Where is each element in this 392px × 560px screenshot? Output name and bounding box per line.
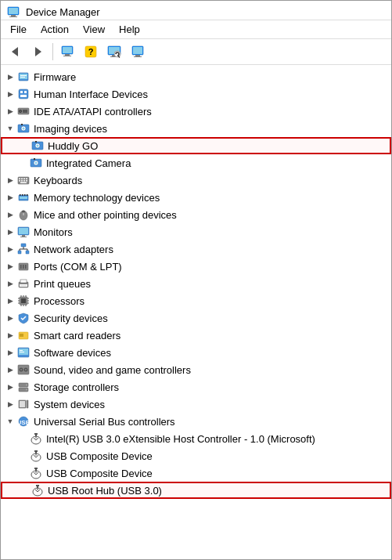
update-driver-button[interactable] bbox=[127, 42, 149, 62]
tree-item-usb-root-hub[interactable]: USB Root Hub (USB 3.0) bbox=[1, 482, 391, 499]
tree-item-print[interactable]: Print queues bbox=[1, 275, 391, 292]
print-icon bbox=[16, 276, 31, 291]
hid-icon bbox=[16, 87, 31, 101]
svg-rect-2 bbox=[11, 15, 16, 16]
usb-composite-2-icon bbox=[29, 466, 43, 480]
smartcard-label: Smart card readers bbox=[34, 330, 120, 341]
svg-rect-99 bbox=[20, 334, 23, 337]
expand-print[interactable] bbox=[4, 277, 16, 290]
tree-content[interactable]: Firmware Human Interface Devices bbox=[1, 65, 391, 559]
tree-item-software[interactable]: Software devices bbox=[1, 344, 391, 361]
expand-storage[interactable] bbox=[4, 381, 16, 393]
expand-security[interactable] bbox=[4, 312, 16, 324]
tree-item-integrated-camera[interactable]: Integrated Camera bbox=[1, 154, 391, 172]
svg-rect-114 bbox=[20, 401, 25, 407]
svg-rect-29 bbox=[20, 95, 27, 97]
svg-rect-60 bbox=[27, 194, 28, 196]
svg-rect-19 bbox=[133, 47, 142, 54]
svg-rect-7 bbox=[63, 47, 72, 53]
tree-item-imaging[interactable]: Imaging devices bbox=[1, 120, 391, 137]
expand-mice[interactable] bbox=[4, 208, 16, 221]
tree-item-storage[interactable]: Storage controllers bbox=[1, 378, 391, 396]
svg-rect-26 bbox=[19, 89, 28, 99]
tree-item-intel-usb[interactable]: Intel(R) USB 3.0 eXtensible Host Control… bbox=[1, 430, 391, 447]
menu-help[interactable]: Help bbox=[113, 22, 146, 37]
expand-network[interactable] bbox=[4, 243, 16, 255]
tree-item-network[interactable]: Network adapters bbox=[1, 240, 391, 258]
svg-rect-3 bbox=[9, 16, 17, 17]
tree-item-usb[interactable]: USB Universal Serial Bus controllers bbox=[1, 413, 391, 430]
svg-rect-68 bbox=[20, 237, 27, 237]
expand-firmware[interactable] bbox=[4, 70, 16, 83]
tree-item-sound[interactable]: Sound, video and game controllers bbox=[1, 361, 391, 378]
expand-monitors[interactable] bbox=[4, 226, 16, 238]
expand-ports[interactable] bbox=[4, 260, 16, 273]
expand-software[interactable] bbox=[4, 346, 16, 359]
tree-item-hid[interactable]: Human Interface Devices bbox=[1, 85, 391, 103]
expand-memory[interactable] bbox=[4, 191, 16, 204]
tree-item-memory[interactable]: Memory technology devices bbox=[1, 189, 391, 206]
svg-rect-45 bbox=[34, 158, 35, 160]
title-bar-text: Device Manager bbox=[26, 6, 100, 18]
tree-item-usb-composite-1[interactable]: USB Composite Device bbox=[1, 447, 391, 464]
storage-icon bbox=[16, 380, 31, 394]
tree-item-mice[interactable]: Mice and other pointing devices bbox=[1, 206, 391, 223]
expand-imaging[interactable] bbox=[4, 122, 16, 135]
tree-item-system[interactable]: System devices bbox=[1, 396, 391, 413]
menu-view[interactable]: View bbox=[77, 22, 111, 37]
svg-rect-69 bbox=[21, 244, 26, 247]
expand-ide[interactable] bbox=[4, 105, 16, 117]
keyboard-icon bbox=[16, 173, 31, 187]
tree-item-monitors[interactable]: Monitors bbox=[1, 223, 391, 240]
title-bar: Device Manager bbox=[1, 1, 391, 20]
back-button[interactable] bbox=[4, 42, 26, 62]
software-icon bbox=[16, 345, 31, 359]
svg-rect-55 bbox=[20, 182, 27, 184]
tree-item-security[interactable]: Security devices bbox=[1, 309, 391, 327]
forward-button[interactable] bbox=[27, 42, 49, 62]
expand-system[interactable] bbox=[4, 398, 16, 410]
menu-file[interactable]: File bbox=[4, 22, 33, 37]
menu-action[interactable]: Action bbox=[34, 22, 75, 37]
tree-item-keyboards[interactable]: Keyboards bbox=[1, 172, 391, 189]
ide-icon bbox=[16, 104, 31, 118]
svg-rect-70 bbox=[18, 251, 21, 254]
expand-processors[interactable] bbox=[4, 294, 16, 307]
svg-rect-41 bbox=[35, 141, 37, 143]
tree-item-processors[interactable]: Processors bbox=[1, 292, 391, 309]
scan-button[interactable] bbox=[103, 42, 125, 62]
expand-sound[interactable] bbox=[4, 363, 16, 376]
svg-rect-78 bbox=[23, 265, 24, 269]
sound-label: Sound, video and game controllers bbox=[34, 364, 191, 376]
svg-rect-53 bbox=[23, 180, 25, 182]
tree-item-ide[interactable]: IDE ATA/ATAPI controllers bbox=[1, 103, 391, 120]
tree-item-firmware[interactable]: Firmware bbox=[1, 68, 391, 85]
expand-usb[interactable] bbox=[4, 415, 16, 428]
network-icon bbox=[16, 242, 31, 256]
svg-rect-47 bbox=[19, 179, 20, 180]
svg-text:USB: USB bbox=[17, 419, 30, 426]
svg-rect-8 bbox=[65, 54, 70, 56]
memory-label: Memory technology devices bbox=[34, 192, 160, 204]
help-button[interactable]: ? bbox=[80, 42, 102, 62]
svg-rect-37 bbox=[21, 124, 23, 125]
expand-smartcard[interactable] bbox=[4, 329, 16, 341]
tree-item-usb-composite-2[interactable]: USB Composite Device bbox=[1, 464, 391, 482]
tree-item-huddly[interactable]: Huddly GO bbox=[1, 137, 391, 154]
svg-rect-67 bbox=[22, 235, 25, 237]
expand-hid[interactable] bbox=[4, 88, 16, 100]
print-label: Print queues bbox=[34, 278, 91, 290]
integrated-camera-icon bbox=[29, 156, 43, 170]
expand-keyboards[interactable] bbox=[4, 174, 16, 186]
properties-button[interactable] bbox=[56, 42, 78, 62]
svg-point-32 bbox=[20, 110, 21, 112]
tree-item-smartcard[interactable]: Smart card readers bbox=[1, 327, 391, 344]
svg-rect-28 bbox=[24, 91, 27, 93]
security-icon bbox=[16, 311, 31, 325]
svg-rect-33 bbox=[23, 110, 27, 113]
storage-label: Storage controllers bbox=[34, 381, 119, 393]
ports-icon bbox=[16, 259, 31, 273]
tree-item-ports[interactable]: Ports (COM & LPT) bbox=[1, 258, 391, 275]
svg-rect-61 bbox=[20, 197, 27, 199]
svg-rect-58 bbox=[22, 194, 23, 196]
